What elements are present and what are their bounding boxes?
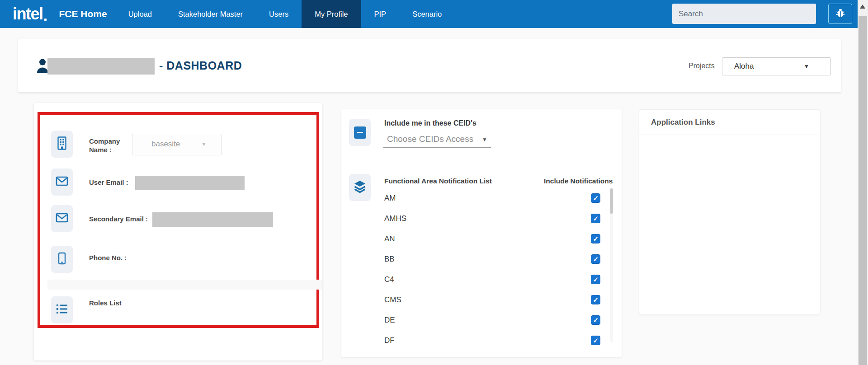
user-email-redacted (135, 176, 245, 190)
page-title: - DASHBOARD (159, 59, 242, 72)
include-notification-checkbox[interactable] (591, 315, 600, 325)
secondary-email-label: Secondary Email : (89, 215, 148, 223)
intel-logo: intel (13, 6, 47, 22)
functional-area-row: AM (341, 188, 608, 209)
include-notification-checkbox[interactable] (591, 254, 600, 264)
application-links-card: Application Links (639, 109, 821, 315)
ceid-access-select[interactable]: Choose CEIDs Access ▼ (383, 130, 491, 148)
company-name-select[interactable]: basesite ▼ (132, 134, 222, 155)
include-notification-checkbox[interactable] (591, 295, 600, 304)
functional-area-list: AM AMHS AN BB C4 (341, 188, 608, 357)
nav-item[interactable]: PIP (361, 0, 400, 28)
list-scrollbar-thumb[interactable] (610, 188, 613, 214)
nav-item[interactable]: Upload (115, 0, 165, 28)
company-name-label: Company Name : (89, 137, 131, 154)
nav-item[interactable]: Users (256, 0, 302, 28)
projects-select[interactable]: Aloha ▼ (722, 57, 831, 75)
functional-area-row: AN (341, 229, 608, 249)
functional-area-label: AN (384, 234, 395, 243)
page-scrollbar-thumb[interactable] (859, 16, 867, 365)
card-divider (639, 135, 820, 135)
functional-area-row: AMHS (341, 209, 608, 229)
search-input[interactable] (672, 4, 816, 24)
chevron-down-icon: ▼ (482, 136, 487, 143)
intel-logo-text: intel (13, 5, 43, 23)
bug-icon (835, 8, 846, 20)
envelope-icon (56, 213, 68, 225)
company-icon-tile (51, 131, 73, 158)
user-email-label: User Email : (89, 178, 128, 186)
page-scrollbar[interactable] (858, 0, 868, 365)
ceid-notifications-card: Include me in these CEID's Choose CEIDs … (341, 109, 622, 357)
functional-area-row: DE (341, 310, 608, 331)
building-icon (56, 136, 68, 152)
ceid-icon-tile (349, 119, 371, 146)
include-notification-checkbox[interactable] (591, 214, 600, 223)
functional-area-label: AM (384, 194, 396, 203)
include-notifications-column-title: Include Notifications (544, 177, 613, 185)
user-email-icon-tile (51, 168, 73, 196)
nav-menu: Upload Stakeholder Master Users My Profi… (115, 0, 455, 28)
projects-label: Projects (689, 62, 715, 70)
profile-card: Company Name : basesite ▼ User Email : (34, 103, 322, 360)
include-notification-checkbox[interactable] (591, 234, 600, 243)
secondary-email-redacted (152, 212, 273, 227)
functional-area-label: BB (384, 255, 395, 264)
include-notification-checkbox[interactable] (591, 336, 600, 345)
mobile-phone-icon (58, 252, 66, 267)
nav-item[interactable]: Scenario (399, 0, 455, 28)
profile-highlight-red-box: Company Name : basesite ▼ User Email : (38, 112, 319, 328)
section-divider (47, 280, 322, 290)
functional-area-row: CMS (341, 290, 608, 310)
chevron-down-icon: ▼ (201, 141, 207, 147)
functional-area-row: C4 (341, 270, 608, 290)
functional-area-label: DF (384, 336, 395, 345)
roles-list-label: Roles List (89, 299, 122, 307)
application-links-title: Application Links (651, 118, 715, 127)
dashboard-header-card: - DASHBOARD Projects Aloha ▼ (18, 39, 841, 93)
page-root: intel FCE Home Upload Stakeholder Master… (0, 0, 868, 365)
phone-icon-tile (51, 246, 73, 273)
nav-item-fce-home[interactable]: FCE Home (59, 9, 107, 19)
functional-area-label: DE (384, 316, 395, 325)
projects-selected-value: Aloha (734, 62, 754, 71)
list-icon (56, 304, 68, 316)
company-name-value: basesite (151, 140, 180, 149)
functional-area-label: AMHS (384, 214, 406, 223)
nav-item[interactable]: Stakeholder Master (165, 0, 256, 28)
functional-area-list-title: Functional Area Notification List (384, 177, 492, 185)
phone-label: Phone No. : (89, 254, 127, 262)
intel-logo-dot-icon (44, 19, 47, 21)
ceid-section-title: Include me in these CEID's (384, 119, 476, 127)
scroll-up-icon[interactable] (860, 5, 865, 9)
bug-report-button[interactable] (828, 4, 852, 24)
include-notification-checkbox[interactable] (591, 275, 600, 284)
secondary-email-icon-tile (51, 205, 73, 232)
chevron-down-icon: ▼ (804, 63, 809, 70)
indeterminate-checkbox-icon (354, 126, 366, 139)
functional-area-row: DF (341, 331, 608, 351)
ceid-select-placeholder: Choose CEIDs Access (387, 134, 473, 144)
user-icon (36, 58, 49, 75)
nav-item[interactable]: My Profile (302, 0, 361, 28)
include-notification-checkbox[interactable] (591, 193, 600, 203)
roles-icon-tile (51, 296, 73, 323)
list-scrollbar[interactable] (610, 188, 613, 342)
functional-area-label: CMS (384, 295, 401, 304)
envelope-icon (56, 176, 68, 188)
functional-area-row: BB (341, 249, 608, 270)
functional-area-label: C4 (384, 275, 394, 284)
user-name-redacted (47, 58, 155, 75)
top-navbar: intel FCE Home Upload Stakeholder Master… (0, 0, 858, 28)
